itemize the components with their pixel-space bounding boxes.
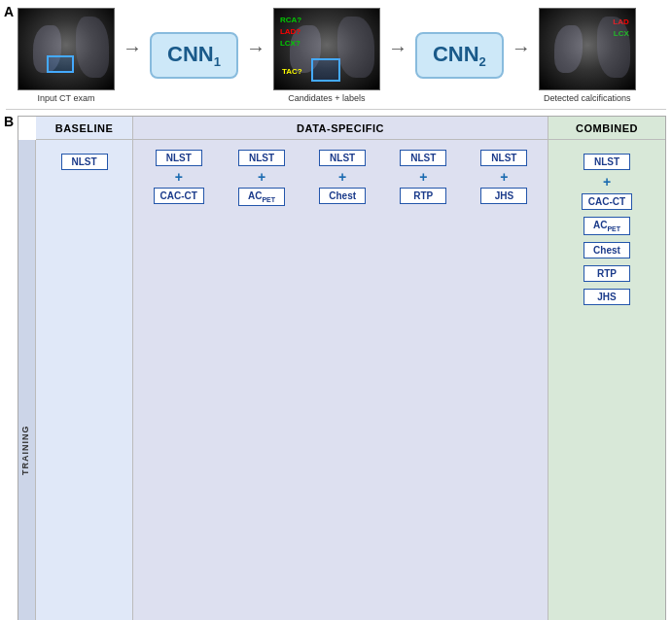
candidates-ct-box: RCA? LAD? LCX? TAC? Candidates + labels [273,8,380,103]
detected-ct-box: LAD LCX Detected calcifications [539,8,636,103]
panel-a: A Input CT exam → CNN1 → RCA? LAD? LCX? … [0,0,672,107]
train-ds2-nlst: NLST [238,150,285,166]
train-comb-rtp: RTP [584,265,630,282]
input-ct-caption: Input CT exam [38,93,95,103]
train-ds-col-3: NLST + Chest [319,148,366,206]
train-ds4-plus: + [419,170,427,184]
training-data-specific-cell: NLST + CAC-CT NLST + ACPET NLST + Chest [133,140,548,620]
train-ds-col-4: NLST + RTP [400,148,446,206]
header-data-specific: DATA-SPECIFIC [133,117,548,140]
detected-labels: LAD LCX [613,17,628,40]
candidate-highlight [311,58,340,81]
arrow-2: → [246,37,265,59]
rca-label: RCA? [280,16,301,24]
train-comb-acpet: ACPET [584,217,630,235]
train-comb-jhs: JHS [584,289,630,305]
train-ds5-nlst: NLST [480,150,527,166]
panel-a-label: A [4,4,14,19]
data-specific-header-text: DATA-SPECIFIC [133,117,548,139]
training-baseline-cell: NLST [36,140,133,620]
train-ds-col-5: NLST + JHS [480,148,527,206]
cnn1-box: CNN1 [150,32,238,79]
candidates-caption: Candidates + labels [288,93,365,103]
train-ds5-jhs: JHS [480,188,527,204]
train-ds4-nlst: NLST [400,150,446,166]
candidates-ct-image: RCA? LAD? LCX? TAC? [273,8,380,90]
input-ct-box: Input CT exam [18,8,115,103]
lad-label: LAD? [280,27,301,36]
detected-ct-image: LAD LCX [539,8,636,90]
cnn1-subscript: 1 [214,54,221,69]
train-baseline-nlst: NLST [61,154,108,170]
ct-blue-highlight [47,55,73,73]
training-ds-columns: NLST + CAC-CT NLST + ACPET NLST + Chest [139,148,542,208]
train-ds-col-2: NLST + ACPET [238,148,285,208]
train-comb-chest: Chest [584,242,630,258]
train-ds3-nlst: NLST [319,150,366,166]
train-ds1-nlst: NLST [156,150,202,166]
panel-a-content: Input CT exam → CNN1 → RCA? LAD? LCX? TA… [18,8,662,103]
det-lad-label: LAD [613,17,628,26]
detected-caption: Detected calcifications [544,93,631,103]
train-ds-col-1: NLST + CAC-CT [154,148,204,206]
tac-label: TAC? [282,67,302,76]
train-ds1-plus: + [175,170,183,184]
train-ds1-cacct: CAC-CT [154,188,204,204]
arrow-1: → [123,37,142,59]
lcx-label: LCX? [280,39,301,48]
panel-b: B BASELINE DATA-SPECIFIC COMBINED TRAINI… [0,112,672,620]
train-ds3-plus: + [338,170,346,184]
cnn2-subscript: 2 [479,54,486,69]
header-baseline: BASELINE [36,117,133,140]
cnn2-box: CNN2 [415,32,504,79]
training-row-label: TRAINING [18,140,36,620]
header-spacer [18,117,36,140]
combined-header-text: COMBINED [548,117,665,139]
det-lcx-label: LCX [614,29,629,38]
arrow-4: → [512,37,531,59]
train-ds5-plus: + [500,170,508,184]
input-ct-image [18,8,115,90]
header-combined: COMBINED [548,117,665,140]
baseline-header-text: BASELINE [36,117,132,139]
panel-b-label: B [4,114,14,129]
training-label-text: TRAINING [18,140,32,620]
training-combined-cell: NLST + CAC-CT ACPET Chest RTP JHS [548,140,665,620]
train-ds3-chest: Chest [319,188,366,204]
train-comb-plus: + [603,175,611,189]
train-ds2-plus: + [258,170,265,184]
train-ds2-acpet: ACPET [238,188,285,206]
candidates-labels: RCA? LAD? LCX? [280,15,301,50]
b-grid: BASELINE DATA-SPECIFIC COMBINED TRAINING… [18,116,666,620]
train-ds4-rtp: RTP [400,188,446,204]
train-comb-cacct: CAC-CT [582,193,632,210]
arrow-3: → [388,37,407,59]
train-comb-nlst: NLST [584,154,630,170]
